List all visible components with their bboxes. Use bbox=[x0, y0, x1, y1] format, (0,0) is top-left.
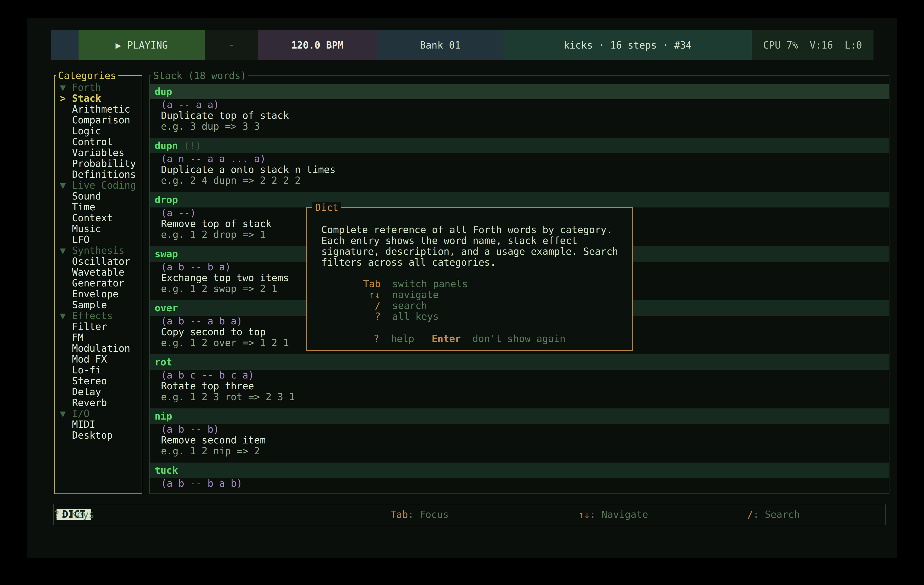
word-name: over bbox=[150, 302, 178, 313]
categories-panel[interactable]: Categories ▼ Forth > Stack Arithmetic bbox=[54, 75, 142, 494]
category-item[interactable]: Desktop bbox=[54, 430, 142, 441]
category-marker-icon bbox=[54, 267, 72, 278]
category-label: Synthesis bbox=[72, 245, 124, 256]
shortcut-row: ?all keys bbox=[322, 311, 632, 322]
category-marker-icon bbox=[54, 343, 72, 354]
key-hint-label: : Keys bbox=[59, 509, 94, 520]
category-label: Arithmetic bbox=[72, 104, 130, 115]
category-marker-icon: ▼ bbox=[54, 180, 72, 191]
category-item[interactable]: Variables bbox=[54, 147, 142, 158]
category-label: Modulation bbox=[72, 343, 130, 354]
categories-list: ▼ Forth > Stack Arithmetic Comparison bbox=[54, 76, 142, 441]
category-item[interactable]: Sample bbox=[54, 300, 142, 310]
shortcut-key: Tab bbox=[322, 278, 381, 289]
category-item[interactable]: Definitions bbox=[54, 169, 142, 180]
word-header-bar[interactable]: rot bbox=[150, 354, 889, 370]
category-item[interactable]: Music bbox=[54, 223, 142, 234]
category-marker-icon bbox=[54, 125, 72, 137]
word-entry[interactable]: tuck (a b -- b a b) bbox=[150, 463, 889, 493]
category-item[interactable]: Reverb bbox=[54, 397, 142, 408]
category-marker-icon bbox=[54, 321, 72, 332]
category-item[interactable]: Time bbox=[54, 202, 142, 213]
category-item[interactable]: Arithmetic bbox=[54, 104, 142, 115]
category-item[interactable]: Probability bbox=[54, 158, 142, 169]
key-hint-label: : Focus bbox=[408, 509, 449, 520]
category-label: Delay bbox=[72, 386, 101, 397]
word-entry[interactable]: rot (a b c -- b c a) Rotate top three e.… bbox=[150, 354, 889, 402]
category-item[interactable]: Oscillator bbox=[54, 256, 142, 267]
category-item[interactable]: Stereo bbox=[54, 376, 142, 386]
category-item[interactable]: MIDI bbox=[54, 419, 142, 430]
dialog-body-line: Complete reference of all Forth words by… bbox=[322, 224, 632, 235]
category-label: Reverb bbox=[72, 397, 107, 408]
category-item[interactable]: FM bbox=[54, 332, 142, 343]
key-hint: ?: Keys bbox=[54, 504, 94, 525]
category-item[interactable]: Mod FX bbox=[54, 354, 142, 365]
category-marker-icon: ▼ bbox=[54, 310, 72, 321]
word-header-bar[interactable]: nip bbox=[150, 409, 889, 424]
category-item[interactable]: Lo-fi bbox=[54, 365, 142, 376]
word-entry[interactable]: dupn(!) (a n -- a a ... a) Duplicate a o… bbox=[150, 138, 889, 186]
category-label: Generator bbox=[72, 278, 124, 288]
category-label: Forth bbox=[72, 82, 101, 93]
category-item[interactable]: ▼ Synthesis bbox=[54, 245, 142, 256]
category-marker-icon bbox=[54, 104, 72, 115]
word-name: drop bbox=[150, 194, 178, 205]
category-marker-icon bbox=[54, 278, 72, 288]
category-marker-icon bbox=[54, 234, 72, 245]
category-item[interactable]: Envelope bbox=[54, 288, 142, 300]
category-item[interactable]: Modulation bbox=[54, 343, 142, 354]
bpm-display[interactable]: 120.0 BPM bbox=[258, 30, 377, 60]
category-item[interactable]: Delay bbox=[54, 386, 142, 397]
word-header-bar[interactable]: drop bbox=[150, 192, 889, 208]
word-description bbox=[150, 489, 889, 493]
category-marker-icon bbox=[54, 202, 72, 213]
category-marker-icon bbox=[54, 354, 72, 365]
word-description: Rotate top three bbox=[150, 381, 889, 392]
shortcut-action: navigate bbox=[392, 289, 439, 300]
word-name: swap bbox=[150, 248, 178, 259]
category-item[interactable]: ▼ Forth bbox=[54, 82, 142, 93]
category-item[interactable]: Filter bbox=[54, 321, 142, 332]
word-entry[interactable]: dup (a -- a a) Duplicate top of stack e.… bbox=[150, 84, 889, 132]
category-item[interactable]: ▼ Effects bbox=[54, 310, 142, 321]
category-item[interactable]: Generator bbox=[54, 278, 142, 288]
dict-help-dialog: Dict Complete reference of all Forth wor… bbox=[306, 207, 633, 351]
category-label: Comparison bbox=[72, 115, 130, 125]
category-item[interactable]: Context bbox=[54, 213, 142, 223]
category-item[interactable]: LFO bbox=[54, 234, 142, 245]
category-label: Control bbox=[72, 137, 113, 147]
dialog-body-line: filters across all categories. bbox=[322, 257, 632, 268]
word-warning-badge: (!) bbox=[184, 140, 201, 151]
category-label: Oscillator bbox=[72, 256, 130, 267]
key-hint-label: : Search bbox=[753, 509, 800, 520]
category-item[interactable]: Wavetable bbox=[54, 267, 142, 278]
category-item[interactable]: Logic bbox=[54, 125, 142, 137]
category-marker-icon: ▼ bbox=[54, 82, 72, 93]
dialog-title: Dict bbox=[312, 202, 341, 213]
shortcut-row: /search bbox=[322, 300, 632, 311]
category-item[interactable]: ▼ Live Coding bbox=[54, 180, 142, 191]
dialog-body-line: signature, description, and a usage exam… bbox=[322, 246, 632, 257]
category-item[interactable]: Comparison bbox=[54, 115, 142, 125]
category-item[interactable]: ▼ I/O bbox=[54, 408, 142, 419]
bank-display[interactable]: Bank 01 bbox=[377, 30, 503, 60]
category-item[interactable]: > Stack bbox=[54, 93, 142, 104]
category-item[interactable]: Sound bbox=[54, 191, 142, 202]
word-header-bar[interactable]: dup bbox=[150, 84, 889, 99]
word-entry[interactable]: nip (a b -- b) Remove second item e.g. 1… bbox=[150, 409, 889, 456]
category-label: Lo-fi bbox=[72, 365, 101, 376]
dialog-footer-segment: help bbox=[385, 333, 426, 344]
word-header-bar[interactable]: tuck bbox=[150, 463, 889, 478]
category-marker-icon bbox=[54, 397, 72, 408]
category-marker-icon: ▼ bbox=[54, 408, 72, 419]
transport-status[interactable]: ▶ PLAYING bbox=[79, 30, 205, 60]
system-stats: CPU 7% V:16 L:0 bbox=[752, 30, 873, 60]
word-stack-signature: (a n -- a a ... a) bbox=[150, 153, 889, 164]
category-label: Time bbox=[72, 202, 95, 213]
category-marker-icon bbox=[54, 213, 72, 223]
key-hint-key: ? bbox=[54, 509, 59, 520]
category-item[interactable]: Control bbox=[54, 137, 142, 147]
shortcut-key: ↑↓ bbox=[322, 289, 381, 300]
word-header-bar[interactable]: dupn(!) bbox=[150, 138, 889, 153]
